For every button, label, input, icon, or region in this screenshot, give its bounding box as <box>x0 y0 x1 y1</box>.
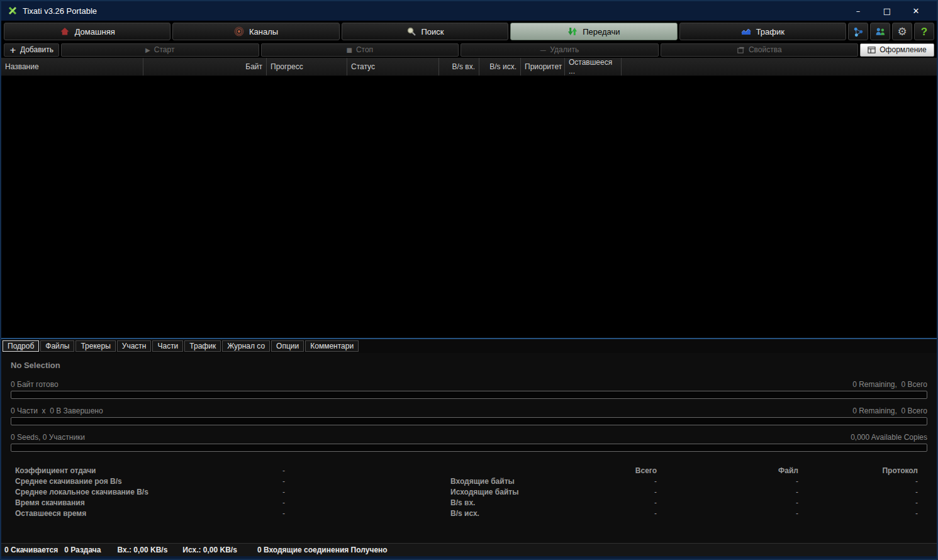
column-header-bs-out[interactable]: B/s исх. <box>479 58 521 76</box>
transfers-table-header: Название Байт Прогресс Статус B/s вх. B/… <box>1 57 937 76</box>
close-button[interactable]: ✕ <box>902 1 930 20</box>
status-rate-out: Исх.: 0,00 KB/s <box>182 546 237 554</box>
add-button[interactable]: + Добавить <box>4 43 59 57</box>
detail-tab-options[interactable]: Опции <box>271 340 304 352</box>
settings-button[interactable]: ⚙ <box>892 23 912 40</box>
nav-tab-transfers[interactable]: Передачи <box>510 23 677 40</box>
stats-col-header-total: Всего <box>523 466 657 476</box>
column-header-bytes[interactable]: Байт <box>143 58 267 76</box>
column-header-progress[interactable]: Прогресс <box>267 58 347 76</box>
column-header-bs-in[interactable]: B/s вх. <box>439 58 479 76</box>
stats-col-header-file: Файл <box>657 466 798 476</box>
no-selection-label: No Selection <box>11 361 927 370</box>
stat-value: - <box>657 508 798 519</box>
stat-value: - <box>523 498 657 508</box>
remove-button-label: Удалить <box>550 45 579 54</box>
peers-icon <box>875 26 886 37</box>
available-copies-label: 0,000 Available Copies <box>851 433 927 442</box>
stat-value: - <box>798 498 918 508</box>
nav-tab-label: Поиск <box>422 27 444 36</box>
layout-button-label: Оформление <box>879 45 926 54</box>
status-seeding: 0 Раздача <box>64 546 101 554</box>
nav-tab-search[interactable]: Поиск <box>342 23 508 40</box>
detail-tab-peers[interactable]: Участн <box>117 340 152 352</box>
stat-value: - <box>657 487 798 498</box>
detail-tab-eventlog[interactable]: Журнал со <box>222 340 270 352</box>
layout-button[interactable]: Оформление <box>860 43 934 57</box>
properties-button[interactable]: Свойства <box>661 43 859 57</box>
window-title: Tixati v3.26 Portable <box>23 6 97 16</box>
column-header-remaining[interactable]: Оставшееся ... <box>565 58 622 76</box>
traffic-icon <box>741 26 751 36</box>
window-frame-bottom <box>1 556 937 559</box>
tixati-logo-icon <box>8 6 18 16</box>
stat-label: Время скачивания <box>15 498 271 508</box>
nav-tab-home[interactable]: Домашняя <box>4 23 170 40</box>
stats-grid: Коэффициент отдачи - Всего Файл Протокол… <box>11 466 927 519</box>
stop-button[interactable]: ■ Стоп <box>261 43 459 57</box>
pieces-remaining-label: 0 Remaining, 0 Всего <box>852 406 927 415</box>
titlebar: Tixati v3.26 Portable – □ ✕ <box>1 1 937 21</box>
maximize-button[interactable]: □ <box>873 1 902 20</box>
window-controls: – □ ✕ <box>844 1 930 20</box>
stat-value: - <box>271 508 296 519</box>
transfers-toolbar: + Добавить ▶ Старт ■ Стоп — Удалить Свой… <box>1 42 937 57</box>
stat-value: - <box>271 466 296 476</box>
stat-value: - <box>271 487 296 498</box>
pieces-progress-group: 0 Части x 0 B Завершено 0 Remaining, 0 В… <box>11 406 927 425</box>
detail-tabs: Подроб Файлы Трекеры Участн Части Трафик… <box>1 339 937 353</box>
bytes-progress-group: 0 Байт готово 0 Remaining, 0 Всего <box>11 380 927 399</box>
stat-label: Среднее скачивание роя B/s <box>15 476 271 487</box>
start-button-label: Старт <box>154 45 175 54</box>
bytes-done-label: 0 Байт готово <box>11 380 59 389</box>
status-rate-in: Вх.: 0,00 KB/s <box>117 546 167 554</box>
stat-label: B/s вх. <box>450 498 523 508</box>
remove-button[interactable]: — Удалить <box>461 43 659 57</box>
detail-tab-trackers[interactable]: Трекеры <box>75 340 115 352</box>
status-bar: 0 Скачивается 0 Раздача Вх.: 0,00 KB/s И… <box>1 543 937 556</box>
stat-value: - <box>523 487 657 498</box>
bytes-progress-bar <box>11 391 927 399</box>
column-header-priority[interactable]: Приоритет <box>521 58 565 76</box>
stat-value: - <box>798 508 918 519</box>
network-button[interactable] <box>848 23 868 40</box>
stat-value: - <box>798 487 918 498</box>
peers-button[interactable] <box>870 23 890 40</box>
channels-icon <box>234 26 244 36</box>
app-window: Tixati v3.26 Portable – □ ✕ Домашняя <box>0 0 938 560</box>
play-icon: ▶ <box>145 47 150 53</box>
stat-value: - <box>523 508 657 519</box>
stat-value: - <box>657 498 798 508</box>
minimize-button[interactable]: – <box>844 1 873 20</box>
stat-label: Исходящие байты <box>450 487 523 498</box>
stop-button-label: Стоп <box>356 45 373 54</box>
add-button-label: Добавить <box>20 45 53 54</box>
layout-icon <box>868 46 876 54</box>
column-header-name[interactable]: Название <box>1 58 143 76</box>
detail-tab-comments[interactable]: Комментари <box>305 340 359 352</box>
detail-tab-traffic[interactable]: Трафик <box>184 340 221 352</box>
plus-icon: + <box>9 45 16 55</box>
stat-label: Входящие байты <box>450 476 523 487</box>
main-nav: Домашняя Каналы Поиск <box>1 21 937 42</box>
nav-tab-label: Передачи <box>583 27 620 36</box>
stat-value: - <box>657 476 798 487</box>
nav-tab-traffic[interactable]: Трафик <box>679 23 846 40</box>
detail-tab-pieces[interactable]: Части <box>152 340 183 352</box>
column-header-status[interactable]: Статус <box>347 58 439 76</box>
detail-tab-details[interactable]: Подроб <box>3 340 39 352</box>
transfers-list-empty[interactable] <box>1 76 937 338</box>
stat-label: Среднее локальное скачивание B/s <box>15 487 271 498</box>
stat-value: - <box>271 498 296 508</box>
detail-tab-files[interactable]: Файлы <box>40 340 74 352</box>
seeds-progress-group: 0 Seeds, 0 Участники 0,000 Available Cop… <box>11 433 927 452</box>
stats-col-header-protocol: Протокол <box>798 466 918 476</box>
stat-value: - <box>523 476 657 487</box>
stat-value: - <box>271 476 296 487</box>
nav-tab-channels[interactable]: Каналы <box>172 23 339 40</box>
home-icon <box>60 26 70 36</box>
stop-icon: ■ <box>346 47 352 53</box>
start-button[interactable]: ▶ Старт <box>61 43 259 57</box>
help-button[interactable]: ? <box>914 23 934 40</box>
status-connections: 0 Входящие соединения Получено <box>257 546 388 554</box>
